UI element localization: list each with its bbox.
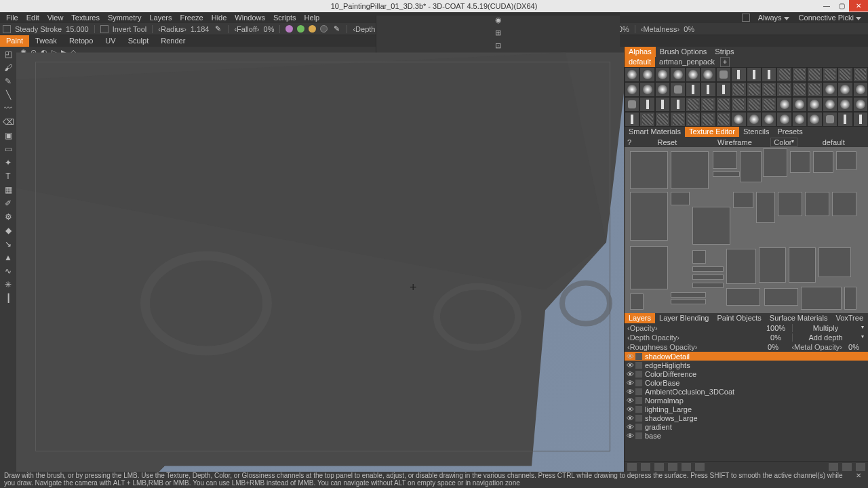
depth-label[interactable]: ‹Depth› bbox=[353, 25, 378, 33]
tab-layers[interactable]: Layers bbox=[625, 313, 655, 323]
tab-voxtree[interactable]: VoxTree bbox=[831, 313, 867, 323]
uv-island[interactable] bbox=[692, 250, 706, 264]
alpha-thumb[interactable] bbox=[670, 97, 685, 112]
alpha-thumb[interactable] bbox=[655, 67, 670, 82]
alpha-thumb[interactable] bbox=[747, 97, 762, 112]
uv-island[interactable] bbox=[630, 246, 668, 289]
tab-layer-blending[interactable]: Layer Blending bbox=[655, 313, 713, 323]
layer-visibility-icon[interactable]: 👁 bbox=[626, 432, 634, 440]
alpha-thumb[interactable] bbox=[639, 112, 654, 127]
alpha-thumb[interactable] bbox=[837, 97, 852, 112]
stroke-mode-icon[interactable]: ✺ bbox=[20, 48, 26, 57]
slider-opacity-label[interactable]: ‹Opacity› bbox=[627, 324, 760, 332]
uv-island[interactable] bbox=[789, 247, 816, 283]
alpha-thumb[interactable] bbox=[776, 97, 791, 112]
alpha-thumb[interactable] bbox=[853, 67, 868, 82]
alpha-thumb[interactable] bbox=[762, 97, 776, 112]
tool-brush[interactable]: 🖌 bbox=[1, 62, 15, 74]
color-swatch-2[interactable] bbox=[297, 25, 304, 33]
room-uv[interactable]: UV bbox=[99, 35, 121, 47]
layer-row[interactable]: 👁ColorDifference bbox=[625, 369, 868, 378]
room-tweak[interactable]: Tweak bbox=[29, 35, 63, 47]
menu-freeze[interactable]: Freeze bbox=[176, 14, 206, 22]
uv-island[interactable] bbox=[763, 148, 787, 177]
layer-visibility-icon[interactable]: 👁 bbox=[626, 361, 634, 369]
alpha-thumb[interactable] bbox=[747, 112, 762, 127]
layer-delete-button[interactable] bbox=[641, 463, 650, 471]
uv-island[interactable] bbox=[805, 192, 829, 216]
uv-island[interactable] bbox=[832, 192, 856, 216]
vp-icon-2[interactable]: ⊞ bbox=[495, 28, 501, 37]
alpha-thumb[interactable] bbox=[807, 82, 822, 97]
alpha-thumb[interactable] bbox=[655, 112, 670, 127]
stroke-mode-icon2[interactable]: ⊙ bbox=[31, 48, 37, 57]
alpha-thumb[interactable] bbox=[701, 112, 715, 127]
alpha-thumb[interactable] bbox=[716, 97, 731, 112]
tool-picker[interactable]: ✐ bbox=[1, 197, 15, 209]
layer-visibility-icon[interactable]: 👁 bbox=[626, 396, 634, 405]
roughness-value[interactable]: 0% bbox=[618, 25, 629, 33]
layer-merge-button[interactable] bbox=[668, 463, 677, 471]
tab-stencils[interactable]: Stencils bbox=[739, 127, 774, 137]
add-preset-button[interactable]: + bbox=[720, 57, 730, 67]
uv-island[interactable] bbox=[713, 151, 737, 169]
alpha-thumb[interactable] bbox=[639, 82, 654, 97]
menu-help[interactable]: Help bbox=[301, 14, 323, 22]
alpha-thumb[interactable] bbox=[655, 82, 670, 97]
alpha-thumb[interactable] bbox=[670, 67, 685, 82]
menu-file[interactable]: File bbox=[3, 14, 22, 22]
tool-transform[interactable]: ▦ bbox=[1, 184, 15, 196]
tab-presets[interactable]: Presets bbox=[773, 127, 806, 137]
uv-island[interactable] bbox=[671, 292, 706, 298]
layer-row[interactable]: 👁gradient bbox=[625, 422, 868, 431]
stroke-mode-icon5[interactable]: ▶ bbox=[61, 48, 66, 57]
checkbox-always-prefix[interactable] bbox=[742, 14, 750, 22]
alpha-thumb[interactable] bbox=[716, 67, 731, 82]
layer-row[interactable]: 👁edgeHiglights bbox=[625, 361, 868, 369]
menu-symmetry[interactable]: Symmetry bbox=[104, 14, 145, 22]
tool-pen[interactable]: ✎ bbox=[1, 75, 15, 87]
layer-row[interactable]: 👁ColorBase bbox=[625, 378, 868, 387]
uv-view[interactable] bbox=[625, 147, 868, 313]
room-render[interactable]: Render bbox=[155, 35, 191, 47]
menu-edit[interactable]: Edit bbox=[23, 14, 43, 22]
radius-label[interactable]: ‹Radius› bbox=[158, 25, 186, 33]
steady-stroke-value[interactable]: 15.000 bbox=[66, 25, 89, 33]
tool-gear[interactable]: ⚙ bbox=[1, 211, 15, 223]
layer-row[interactable]: 👁lighting_Large bbox=[625, 405, 868, 413]
alpha-thumb[interactable] bbox=[837, 82, 852, 97]
uv-island[interactable] bbox=[801, 287, 842, 310]
alpha-thumb[interactable] bbox=[686, 112, 701, 127]
alpha-thumb[interactable] bbox=[837, 112, 852, 127]
alpha-thumb[interactable] bbox=[686, 67, 701, 82]
tab-surface-materials[interactable]: Surface Materials bbox=[766, 313, 832, 323]
menu-textures[interactable]: Textures bbox=[68, 14, 103, 22]
layer-visibility-icon[interactable]: 👁 bbox=[626, 352, 634, 361]
metalness-value[interactable]: 0% bbox=[684, 25, 694, 33]
menu-scripts[interactable]: Scripts bbox=[270, 14, 300, 22]
steady-stroke-checkbox[interactable] bbox=[3, 25, 11, 33]
preset-default[interactable]: default bbox=[625, 57, 655, 67]
slider-roughness-value[interactable]: 0% bbox=[757, 343, 789, 351]
alpha-thumb[interactable] bbox=[807, 67, 822, 82]
alpha-thumb[interactable] bbox=[807, 112, 822, 127]
alpha-thumb[interactable] bbox=[639, 97, 654, 112]
alpha-thumb[interactable] bbox=[823, 67, 837, 82]
uv-island[interactable] bbox=[759, 247, 786, 283]
layer-visibility-icon[interactable]: 👁 bbox=[626, 423, 634, 431]
alpha-thumb[interactable] bbox=[747, 82, 762, 97]
color-swatch-empty[interactable] bbox=[320, 25, 328, 33]
layer-visibility-icon[interactable]: 👁 bbox=[626, 405, 634, 413]
uv-island[interactable] bbox=[740, 151, 762, 182]
layer-visibility-icon[interactable]: 👁 bbox=[626, 379, 634, 387]
tool-curve[interactable]: 〰 bbox=[1, 102, 15, 115]
alpha-thumb[interactable] bbox=[853, 82, 868, 97]
preset-artman[interactable]: artman_penpack bbox=[655, 57, 719, 67]
viewport[interactable]: ✺ ⊙ ◐ ▷ ▶ ◇ ◉ ⊞ ⊡ ↻ ⟲ [Camera] + bbox=[16, 47, 624, 472]
te-default[interactable]: default bbox=[802, 138, 865, 146]
te-help[interactable]: ? bbox=[627, 138, 631, 146]
uv-island[interactable] bbox=[671, 192, 690, 205]
vp-icon-3[interactable]: ⊡ bbox=[495, 41, 501, 50]
depth-mode-dropdown[interactable]: Add depth bbox=[792, 333, 865, 342]
radius-value[interactable]: 1.184 bbox=[191, 25, 210, 33]
